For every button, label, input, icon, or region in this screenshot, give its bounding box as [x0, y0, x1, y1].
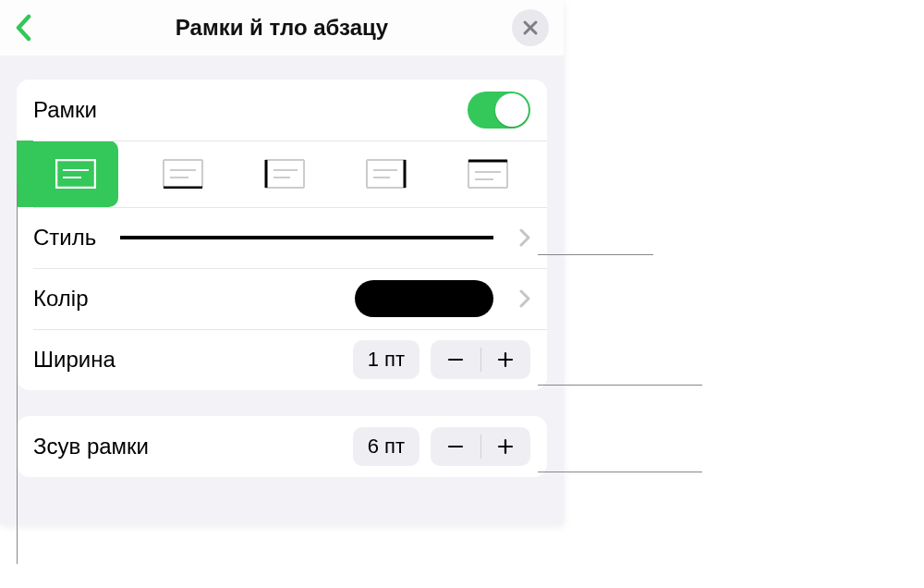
offset-decrease-button[interactable]: [431, 427, 480, 466]
width-stepper: [431, 340, 530, 379]
callout-line: [538, 254, 653, 255]
border-right-icon: [366, 159, 407, 189]
plus-icon: [496, 350, 515, 369]
offset-row: Зсув рамки 6 пт: [17, 416, 547, 477]
borders-background-panel: Рамки й тло абзацу Рамки: [0, 0, 564, 524]
width-increase-button[interactable]: [480, 340, 530, 379]
chevron-left-icon: [15, 14, 33, 42]
line-style-preview: [120, 236, 493, 239]
border-bottom-icon: [163, 159, 203, 189]
border-left-icon: [264, 159, 305, 189]
border-top-button[interactable]: [451, 144, 525, 203]
plus-icon: [496, 437, 515, 456]
border-right-button[interactable]: [349, 144, 423, 203]
panel-title: Рамки й тло абзацу: [176, 15, 388, 41]
border-left-button[interactable]: [248, 144, 322, 203]
frames-card: Рамки: [17, 80, 547, 390]
panel-header: Рамки й тло абзацу: [0, 0, 564, 55]
back-button[interactable]: [6, 9, 43, 46]
color-label: Колір: [33, 286, 88, 312]
offset-increase-button[interactable]: [480, 427, 530, 466]
minus-icon: [446, 350, 465, 369]
color-swatch: [355, 280, 493, 317]
minus-icon: [446, 437, 465, 456]
chevron-right-icon: [519, 228, 530, 247]
border-bottom-button[interactable]: [146, 144, 220, 203]
callout-line: [538, 472, 702, 472]
offset-value: 6 пт: [353, 427, 419, 466]
width-label: Ширина: [33, 347, 116, 373]
close-button[interactable]: [512, 9, 549, 46]
border-all-icon: [55, 159, 96, 189]
frames-label: Рамки: [33, 97, 97, 123]
close-icon: [522, 19, 539, 36]
chevron-right-icon: [519, 289, 530, 308]
width-value: 1 пт: [353, 340, 419, 379]
svg-rect-2: [56, 160, 95, 188]
line-style-row[interactable]: Стиль: [17, 207, 547, 268]
style-label: Стиль: [33, 225, 96, 251]
border-all-button[interactable]: [17, 141, 118, 207]
color-row[interactable]: Колір: [17, 268, 547, 329]
width-row: Ширина 1 пт: [17, 329, 547, 390]
callout-line: [538, 385, 702, 386]
offset-label: Зсув рамки: [33, 434, 149, 459]
width-decrease-button[interactable]: [431, 340, 480, 379]
border-position-row: [17, 141, 547, 207]
offset-stepper: [431, 427, 530, 466]
border-top-icon: [468, 159, 508, 189]
callout-line: [17, 183, 18, 564]
frames-toggle[interactable]: [468, 92, 530, 129]
offset-card: Зсув рамки 6 пт: [17, 416, 547, 477]
frames-toggle-row: Рамки: [17, 80, 547, 141]
